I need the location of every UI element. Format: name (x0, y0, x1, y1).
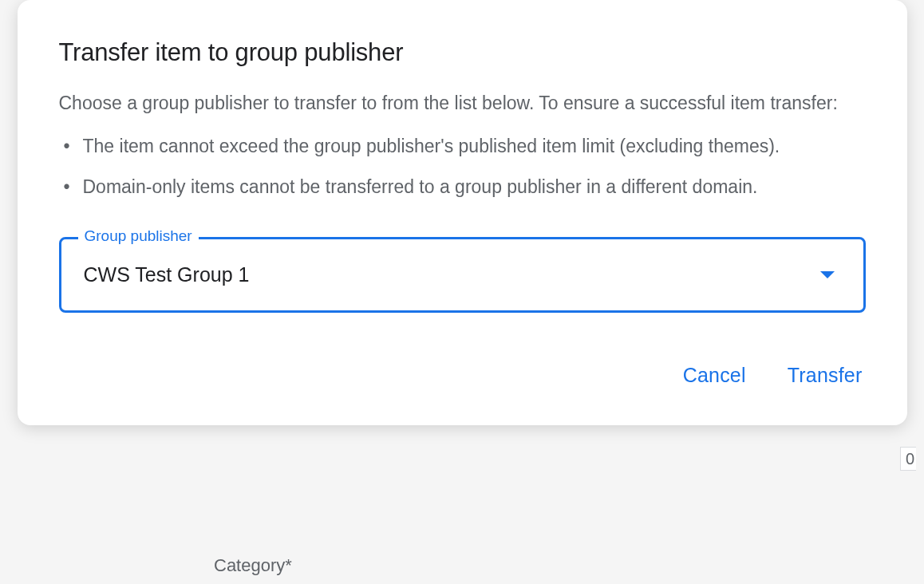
modal-title: Transfer item to group publisher (59, 38, 866, 67)
cancel-button[interactable]: Cancel (680, 357, 749, 393)
transfer-button[interactable]: Transfer (784, 357, 866, 393)
select-value: CWS Test Group 1 (84, 263, 250, 286)
modal-description: Choose a group publisher to transfer to … (59, 89, 866, 118)
modal-actions: Cancel Transfer (59, 357, 866, 393)
list-item: The item cannot exceed the group publish… (59, 132, 866, 161)
group-publisher-select-wrapper: Group publisher CWS Test Group 1 (59, 237, 866, 313)
transfer-modal: Transfer item to group publisher Choose … (18, 0, 907, 425)
select-label: Group publisher (78, 227, 199, 245)
modal-overlay: Transfer item to group publisher Choose … (0, 0, 924, 584)
chevron-down-icon (820, 271, 835, 278)
list-item: Domain-only items cannot be transferred … (59, 173, 866, 202)
modal-requirement-list: The item cannot exceed the group publish… (59, 132, 866, 202)
group-publisher-select[interactable]: CWS Test Group 1 (59, 237, 866, 313)
